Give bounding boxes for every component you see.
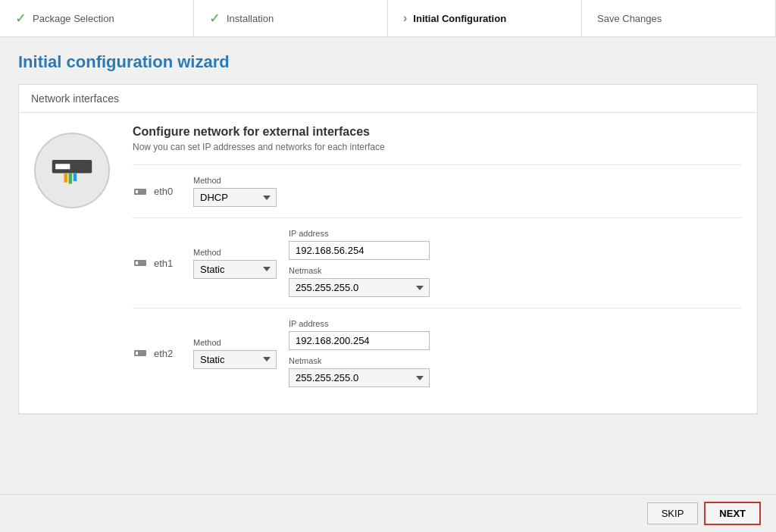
wizard-step-package-selection[interactable]: ✓ Package Selection	[0, 0, 194, 36]
skip-button[interactable]: SKIP	[647, 502, 699, 524]
eth2-method-select[interactable]: DHCP Static	[193, 350, 277, 369]
svg-rect-16	[140, 352, 141, 353]
footer: SKIP NEXT	[0, 494, 776, 532]
iface-eth2-label: eth2	[154, 348, 173, 359]
wizard-step-label-package: Package Selection	[33, 13, 114, 24]
eth1-ip-input[interactable]	[289, 241, 430, 260]
config-title: Configure network for external interface…	[133, 125, 742, 139]
eth0-method-select[interactable]: DHCP Static	[193, 188, 277, 207]
iface-row-eth0: eth0 Method DHCP Static	[133, 164, 742, 217]
network-icon-eth1	[133, 255, 148, 271]
iface-row-eth2: eth2 Method DHCP Static IP address	[133, 308, 742, 398]
iface-eth1-icon: eth1	[133, 255, 193, 271]
section-header: Network interfaces	[19, 85, 757, 113]
svg-rect-12	[140, 261, 141, 263]
check-icon-package: ✓	[15, 10, 27, 27]
config-subtitle: Now you can set IP addresses and network…	[133, 142, 742, 152]
config-icon-wrap	[34, 125, 117, 398]
eth1-method-group: Method DHCP Static	[193, 248, 277, 279]
wizard-step-label-save: Save Changes	[597, 13, 662, 24]
next-button[interactable]: NEXT	[704, 502, 761, 525]
router-icon	[45, 144, 99, 197]
wizard-step-label-installation: Installation	[227, 13, 274, 24]
svg-rect-3	[69, 174, 72, 184]
wizard-step-label-config: Initial Configuration	[413, 13, 506, 24]
eth1-method-select[interactable]: DHCP Static	[193, 260, 277, 279]
eth2-netmask-select[interactable]: 255.255.255.0 255.255.0.0 255.0.0.0	[289, 368, 430, 387]
eth2-netmask-label: Netmask	[289, 356, 430, 365]
eth2-ip-label: IP address	[289, 319, 430, 328]
eth1-netmask-label: Netmask	[289, 266, 430, 275]
eth1-extra-fields: IP address Netmask 255.255.255.0 255.255…	[289, 229, 442, 297]
wizard-step-initial-config[interactable]: › Initial Configuration	[388, 0, 582, 36]
config-text: Configure network for external interface…	[133, 125, 742, 398]
svg-rect-1	[55, 164, 70, 169]
eth1-ip-group: IP address	[289, 229, 430, 260]
eth2-ip-group: IP address	[289, 319, 430, 350]
arrow-icon-config: ›	[403, 11, 407, 25]
svg-rect-15	[139, 352, 139, 353]
svg-rect-7	[139, 190, 139, 192]
svg-rect-14	[136, 352, 138, 355]
eth0-method-group: Method DHCP Static	[193, 176, 277, 207]
eth1-ip-label: IP address	[289, 229, 430, 238]
wizard-step-installation[interactable]: ✓ Installation	[194, 0, 388, 36]
svg-rect-10	[136, 261, 138, 264]
iface-row-eth1: eth1 Method DHCP Static IP address	[133, 217, 742, 308]
eth1-method-label: Method	[193, 248, 277, 257]
eth2-extra-fields: IP address Netmask 255.255.255.0 255.255…	[289, 319, 442, 387]
eth1-netmask-group: Netmask 255.255.255.0 255.255.0.0 255.0.…	[289, 266, 430, 297]
network-icon-eth2	[133, 346, 148, 361]
section-card: Network interfaces	[18, 84, 758, 415]
config-area: Configure network for external interface…	[19, 113, 757, 414]
page-title: Initial configuration wizard	[18, 52, 758, 72]
svg-rect-11	[139, 261, 139, 263]
router-icon-circle	[34, 133, 110, 208]
iface-eth1-label: eth1	[154, 258, 173, 269]
wizard-nav: ✓ Package Selection ✓ Installation › Ini…	[0, 0, 776, 37]
iface-eth0-icon: eth0	[133, 184, 193, 199]
check-icon-installation: ✓	[209, 10, 221, 27]
eth1-netmask-select[interactable]: 255.255.255.0 255.255.0.0 255.0.0.0	[289, 278, 430, 297]
eth2-method-label: Method	[193, 338, 277, 347]
main-content: Initial configuration wizard Network int…	[0, 37, 776, 430]
eth0-method-label: Method	[193, 176, 277, 185]
eth2-ip-input[interactable]	[289, 331, 430, 350]
eth2-method-group: Method DHCP Static	[193, 338, 277, 369]
svg-rect-8	[140, 190, 141, 192]
iface-eth2-icon: eth2	[133, 346, 193, 361]
svg-rect-4	[74, 174, 77, 182]
eth2-netmask-group: Netmask 255.255.255.0 255.255.0.0 255.0.…	[289, 356, 430, 387]
svg-rect-2	[64, 174, 67, 183]
network-icon-eth0	[133, 184, 148, 199]
svg-rect-6	[136, 190, 138, 193]
wizard-step-save-changes[interactable]: Save Changes	[582, 0, 776, 36]
iface-eth0-label: eth0	[154, 186, 173, 197]
